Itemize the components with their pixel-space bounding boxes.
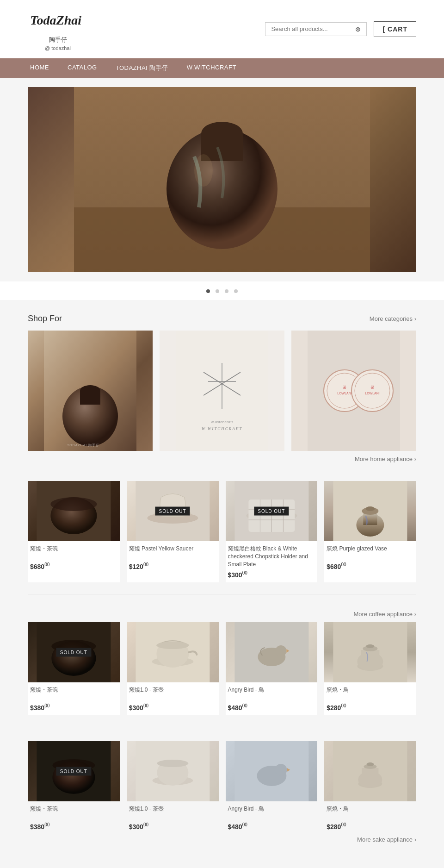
nav-catalog[interactable]: CATALOG [65, 58, 99, 78]
category-lowlani-image: 꽃 LOWLANI 꽃 LOWLANI [291, 331, 416, 451]
site-header: TodaZhai 陶手仔 @ todazhai ⊗ [ CART [0, 0, 444, 58]
coffee-product-card-3[interactable]: Angry Bird - 鳥 $48000 [226, 622, 318, 715]
sake-card-2[interactable]: 窯燒1.0 - 茶壺 $30000 [127, 741, 219, 834]
sold-out-badge-coffee-1: SOLD OUT [56, 648, 91, 657]
product-info-4: 窯燒 Purple glazed Vase $68000 [324, 541, 416, 574]
coffee-product-name-3: Angry Bird - 鳥 [228, 686, 315, 701]
product-card-2[interactable]: SOLD OUT 窯燒 Pastel Yellow Saucer $12000 [127, 481, 219, 582]
hero-illustration [74, 87, 370, 272]
sake-appliance-section: SOLD OUT 窯燒・茶碗 $38000 窯燒1.0 - 茶壺 $30000 [28, 741, 416, 848]
svg-rect-45 [364, 513, 377, 525]
cart-bracket-icon: [ [382, 25, 385, 33]
coffee-product-image-2 [127, 622, 219, 682]
svg-rect-11 [80, 391, 100, 405]
product-name-3: 窯燒黑白格紋 Black & White checkered Chopstick… [228, 545, 315, 568]
nav-todazhai[interactable]: TODAZHAI 陶手仔 [113, 58, 171, 78]
svg-text:꽃: 꽃 [343, 385, 346, 389]
hero-dot-1[interactable] [206, 289, 210, 293]
header-actions: ⊗ [ CART [265, 21, 416, 37]
product-image-4 [324, 481, 416, 541]
category-card-lowlani[interactable]: 꽃 LOWLANI 꽃 LOWLANI [291, 331, 416, 451]
sake-image-3 [226, 741, 318, 801]
coffee-product-price-3: $48000 [228, 703, 315, 712]
svg-text:LOWLANI: LOWLANI [365, 392, 380, 395]
search-input[interactable] [271, 25, 355, 32]
sake-product-info-3: Angry Bird - 鳥 $48000 [226, 801, 318, 834]
svg-point-31 [50, 497, 97, 511]
product-name-4: 窯燒 Purple glazed Vase [327, 545, 414, 560]
sold-out-badge-sake-1: SOLD OUT [56, 767, 91, 775]
coffee-product-info-2: 窯燒1.0 - 茶壺 $30000 [127, 682, 219, 715]
product-price-2: $12000 [129, 562, 216, 570]
svg-point-64 [366, 644, 375, 648]
more-home-appliance-link[interactable]: More home appliance › [28, 453, 416, 467]
more-categories-link[interactable]: More categories › [370, 315, 416, 322]
search-button[interactable]: ⊗ [355, 25, 361, 33]
coffee-product-card-1[interactable]: SOLD OUT 窯燒・茶碗 $38000 [28, 622, 120, 715]
sake-card-4[interactable]: 窯燒・鳥 $28000 [324, 741, 416, 834]
svg-text:LOWLANI: LOWLANI [337, 392, 352, 395]
search-box[interactable]: ⊗ [265, 22, 367, 36]
sake-product-price-3: $48000 [228, 822, 315, 831]
more-sake-appliance-link[interactable]: More sake appliance › [28, 834, 416, 848]
logo[interactable]: TodaZhai 陶手仔 @ todazhai [28, 7, 88, 51]
sake-product-price-2: $30000 [129, 822, 216, 831]
svg-point-54 [156, 642, 189, 649]
coffee-product-image-1: SOLD OUT [28, 622, 120, 682]
sake-card-3[interactable]: Angry Bird - 鳥 $48000 [226, 741, 318, 834]
shop-for-header: Shop For More categories › [28, 314, 416, 324]
sake-product-info-4: 窯燒・鳥 $28000 [324, 801, 416, 834]
svg-text:w.witchcraft: w.witchcraft [210, 420, 233, 424]
hero-dot-3[interactable] [225, 289, 228, 293]
coffee-product-info-4: 窯燒・鳥 $28000 [324, 682, 416, 715]
home-appliance-section: 窯燒・茶碗 $68000 SOLD OUT 窯燒 Pastel Yellow S… [28, 481, 416, 582]
coffee-product-info-3: Angry Bird - 鳥 $48000 [226, 682, 318, 715]
svg-point-71 [157, 760, 188, 767]
svg-point-81 [367, 762, 374, 766]
category-card-todazhai[interactable]: TODAZHAI 陶手仔 [28, 331, 153, 451]
logo-main-text: TodaZhai [28, 7, 88, 35]
sake-product-info-1: 窯燒・茶碗 $38000 [28, 801, 120, 834]
product-price-4: $68000 [327, 562, 414, 570]
coffee-product-card-4[interactable]: 窯燒・鳥 $28000 [324, 622, 416, 715]
product-price-1: $68000 [30, 562, 117, 570]
sake-product-name-1: 窯燒・茶碗 [30, 805, 117, 820]
product-price-3: $30000 [228, 570, 315, 579]
section-divider-1 [28, 594, 416, 594]
logo-chinese-text: 陶手仔 [49, 36, 67, 44]
category-card-witchcraft[interactable]: w.witchcraft W.WITCHCRAFT [160, 331, 284, 451]
product-image-2: SOLD OUT [127, 481, 219, 541]
category-grid: TODAZHAI 陶手仔 w.witchcraft W.WITCHCRAFT [28, 331, 416, 451]
svg-text:꽃: 꽃 [370, 385, 374, 389]
coffee-product-info-1: 窯燒・茶碗 $38000 [28, 682, 120, 715]
product-card-3[interactable]: SOLD OUT 窯燒黑白格紋 Black & White checkered … [226, 481, 318, 582]
svg-point-74 [275, 764, 287, 776]
hero-dot-4[interactable] [234, 289, 238, 293]
sake-image-4 [324, 741, 416, 801]
coffee-product-image-4 [324, 622, 416, 682]
svg-text:TODAZHAI 陶手仔: TODAZHAI 陶手仔 [67, 443, 99, 447]
sake-card-1[interactable]: SOLD OUT 窯燒・茶碗 $38000 [28, 741, 120, 834]
product-card-1[interactable]: 窯燒・茶碗 $68000 [28, 481, 120, 582]
svg-point-47 [366, 506, 375, 511]
hero-banner [28, 87, 416, 272]
coffee-product-image-3 [226, 622, 318, 682]
sake-product-price-1: $38000 [30, 822, 117, 831]
more-coffee-appliance-link[interactable]: More coffee appliance › [28, 608, 416, 622]
bottom-spacer [0, 848, 444, 862]
logo-instagram: @ todazhai [45, 45, 71, 51]
cart-button[interactable]: [ CART [374, 21, 416, 37]
hero-dot-2[interactable] [216, 289, 219, 293]
coffee-product-card-2[interactable]: 窯燒1.0 - 茶壺 $30000 [127, 622, 219, 715]
coffee-product-name-1: 窯燒・茶碗 [30, 686, 117, 701]
sold-out-badge-2: SOLD OUT [155, 507, 190, 516]
coffee-product-price-4: $28000 [327, 703, 414, 712]
sake-product-grid: SOLD OUT 窯燒・茶碗 $38000 窯燒1.0 - 茶壺 $30000 [28, 741, 416, 834]
product-info-2: 窯燒 Pastel Yellow Saucer $12000 [127, 541, 219, 574]
nav-home[interactable]: HOME [28, 58, 51, 78]
product-card-4[interactable]: 窯燒 Purple glazed Vase $68000 [324, 481, 416, 582]
nav-witchcraft[interactable]: W.WITCHCRAFT [185, 58, 239, 78]
product-image-3: SOLD OUT [226, 481, 318, 541]
cart-label: CART [388, 25, 407, 33]
shop-for-section: Shop For More categories › [28, 314, 416, 467]
